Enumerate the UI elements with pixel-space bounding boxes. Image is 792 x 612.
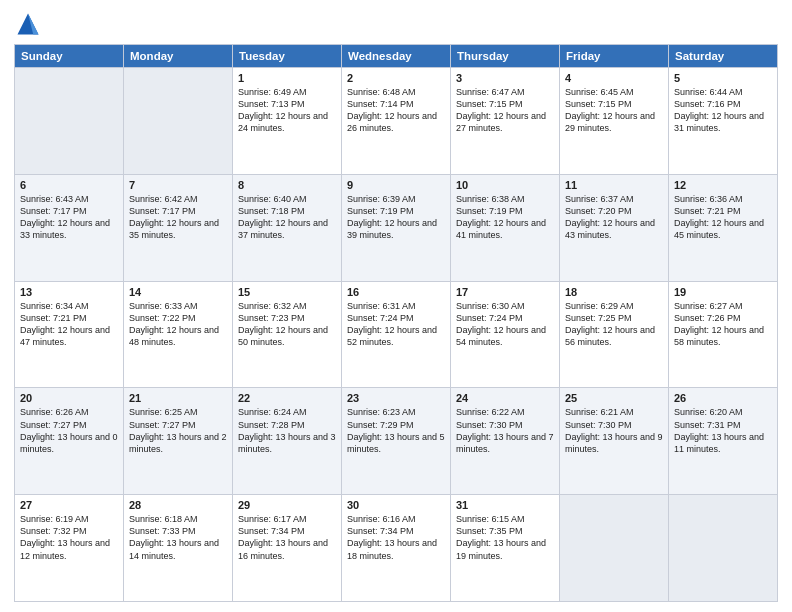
week-row-2: 6Sunrise: 6:43 AM Sunset: 7:17 PM Daylig… (15, 174, 778, 281)
day-info: Sunrise: 6:44 AM Sunset: 7:16 PM Dayligh… (674, 86, 772, 135)
day-number: 19 (674, 286, 772, 298)
calendar-cell: 3Sunrise: 6:47 AM Sunset: 7:15 PM Daylig… (451, 68, 560, 175)
calendar-body: 1Sunrise: 6:49 AM Sunset: 7:13 PM Daylig… (15, 68, 778, 602)
calendar-cell: 9Sunrise: 6:39 AM Sunset: 7:19 PM Daylig… (342, 174, 451, 281)
calendar-cell: 15Sunrise: 6:32 AM Sunset: 7:23 PM Dayli… (233, 281, 342, 388)
day-header-saturday: Saturday (669, 45, 778, 68)
day-info: Sunrise: 6:32 AM Sunset: 7:23 PM Dayligh… (238, 300, 336, 349)
calendar-cell: 10Sunrise: 6:38 AM Sunset: 7:19 PM Dayli… (451, 174, 560, 281)
day-number: 23 (347, 392, 445, 404)
day-info: Sunrise: 6:18 AM Sunset: 7:33 PM Dayligh… (129, 513, 227, 562)
day-info: Sunrise: 6:26 AM Sunset: 7:27 PM Dayligh… (20, 406, 118, 455)
day-info: Sunrise: 6:47 AM Sunset: 7:15 PM Dayligh… (456, 86, 554, 135)
day-info: Sunrise: 6:45 AM Sunset: 7:15 PM Dayligh… (565, 86, 663, 135)
day-number: 6 (20, 179, 118, 191)
calendar-cell: 17Sunrise: 6:30 AM Sunset: 7:24 PM Dayli… (451, 281, 560, 388)
day-number: 8 (238, 179, 336, 191)
day-info: Sunrise: 6:38 AM Sunset: 7:19 PM Dayligh… (456, 193, 554, 242)
day-number: 18 (565, 286, 663, 298)
calendar-cell: 30Sunrise: 6:16 AM Sunset: 7:34 PM Dayli… (342, 495, 451, 602)
page: SundayMondayTuesdayWednesdayThursdayFrid… (0, 0, 792, 612)
day-header-friday: Friday (560, 45, 669, 68)
day-number: 2 (347, 72, 445, 84)
day-info: Sunrise: 6:17 AM Sunset: 7:34 PM Dayligh… (238, 513, 336, 562)
calendar-cell: 1Sunrise: 6:49 AM Sunset: 7:13 PM Daylig… (233, 68, 342, 175)
calendar-cell: 26Sunrise: 6:20 AM Sunset: 7:31 PM Dayli… (669, 388, 778, 495)
day-number: 20 (20, 392, 118, 404)
calendar-header: SundayMondayTuesdayWednesdayThursdayFrid… (15, 45, 778, 68)
day-number: 31 (456, 499, 554, 511)
calendar-table: SundayMondayTuesdayWednesdayThursdayFrid… (14, 44, 778, 602)
calendar-cell (124, 68, 233, 175)
day-number: 12 (674, 179, 772, 191)
day-info: Sunrise: 6:23 AM Sunset: 7:29 PM Dayligh… (347, 406, 445, 455)
day-info: Sunrise: 6:48 AM Sunset: 7:14 PM Dayligh… (347, 86, 445, 135)
day-info: Sunrise: 6:16 AM Sunset: 7:34 PM Dayligh… (347, 513, 445, 562)
logo (14, 10, 45, 38)
header (14, 10, 778, 38)
day-number: 28 (129, 499, 227, 511)
day-number: 10 (456, 179, 554, 191)
day-header-monday: Monday (124, 45, 233, 68)
calendar-cell (15, 68, 124, 175)
days-of-week-row: SundayMondayTuesdayWednesdayThursdayFrid… (15, 45, 778, 68)
calendar-cell: 24Sunrise: 6:22 AM Sunset: 7:30 PM Dayli… (451, 388, 560, 495)
day-number: 22 (238, 392, 336, 404)
day-header-tuesday: Tuesday (233, 45, 342, 68)
week-row-1: 1Sunrise: 6:49 AM Sunset: 7:13 PM Daylig… (15, 68, 778, 175)
day-header-sunday: Sunday (15, 45, 124, 68)
day-number: 11 (565, 179, 663, 191)
calendar-cell (669, 495, 778, 602)
day-info: Sunrise: 6:22 AM Sunset: 7:30 PM Dayligh… (456, 406, 554, 455)
day-number: 25 (565, 392, 663, 404)
day-number: 29 (238, 499, 336, 511)
day-info: Sunrise: 6:29 AM Sunset: 7:25 PM Dayligh… (565, 300, 663, 349)
week-row-3: 13Sunrise: 6:34 AM Sunset: 7:21 PM Dayli… (15, 281, 778, 388)
calendar-cell: 12Sunrise: 6:36 AM Sunset: 7:21 PM Dayli… (669, 174, 778, 281)
calendar-cell: 4Sunrise: 6:45 AM Sunset: 7:15 PM Daylig… (560, 68, 669, 175)
calendar-cell: 5Sunrise: 6:44 AM Sunset: 7:16 PM Daylig… (669, 68, 778, 175)
calendar-cell: 14Sunrise: 6:33 AM Sunset: 7:22 PM Dayli… (124, 281, 233, 388)
week-row-5: 27Sunrise: 6:19 AM Sunset: 7:32 PM Dayli… (15, 495, 778, 602)
calendar-cell: 20Sunrise: 6:26 AM Sunset: 7:27 PM Dayli… (15, 388, 124, 495)
day-number: 5 (674, 72, 772, 84)
day-number: 15 (238, 286, 336, 298)
day-info: Sunrise: 6:37 AM Sunset: 7:20 PM Dayligh… (565, 193, 663, 242)
day-info: Sunrise: 6:27 AM Sunset: 7:26 PM Dayligh… (674, 300, 772, 349)
day-info: Sunrise: 6:31 AM Sunset: 7:24 PM Dayligh… (347, 300, 445, 349)
calendar-cell: 25Sunrise: 6:21 AM Sunset: 7:30 PM Dayli… (560, 388, 669, 495)
calendar-cell: 16Sunrise: 6:31 AM Sunset: 7:24 PM Dayli… (342, 281, 451, 388)
day-header-wednesday: Wednesday (342, 45, 451, 68)
day-number: 16 (347, 286, 445, 298)
calendar-cell: 13Sunrise: 6:34 AM Sunset: 7:21 PM Dayli… (15, 281, 124, 388)
calendar-cell: 6Sunrise: 6:43 AM Sunset: 7:17 PM Daylig… (15, 174, 124, 281)
day-header-thursday: Thursday (451, 45, 560, 68)
day-number: 14 (129, 286, 227, 298)
calendar-cell: 7Sunrise: 6:42 AM Sunset: 7:17 PM Daylig… (124, 174, 233, 281)
calendar-cell: 11Sunrise: 6:37 AM Sunset: 7:20 PM Dayli… (560, 174, 669, 281)
day-info: Sunrise: 6:24 AM Sunset: 7:28 PM Dayligh… (238, 406, 336, 455)
day-info: Sunrise: 6:34 AM Sunset: 7:21 PM Dayligh… (20, 300, 118, 349)
day-number: 3 (456, 72, 554, 84)
day-info: Sunrise: 6:15 AM Sunset: 7:35 PM Dayligh… (456, 513, 554, 562)
day-info: Sunrise: 6:30 AM Sunset: 7:24 PM Dayligh… (456, 300, 554, 349)
day-number: 24 (456, 392, 554, 404)
calendar-cell: 22Sunrise: 6:24 AM Sunset: 7:28 PM Dayli… (233, 388, 342, 495)
calendar-cell: 19Sunrise: 6:27 AM Sunset: 7:26 PM Dayli… (669, 281, 778, 388)
day-info: Sunrise: 6:33 AM Sunset: 7:22 PM Dayligh… (129, 300, 227, 349)
week-row-4: 20Sunrise: 6:26 AM Sunset: 7:27 PM Dayli… (15, 388, 778, 495)
calendar-cell: 2Sunrise: 6:48 AM Sunset: 7:14 PM Daylig… (342, 68, 451, 175)
day-number: 13 (20, 286, 118, 298)
day-number: 4 (565, 72, 663, 84)
day-info: Sunrise: 6:40 AM Sunset: 7:18 PM Dayligh… (238, 193, 336, 242)
day-info: Sunrise: 6:49 AM Sunset: 7:13 PM Dayligh… (238, 86, 336, 135)
calendar-cell: 28Sunrise: 6:18 AM Sunset: 7:33 PM Dayli… (124, 495, 233, 602)
day-number: 27 (20, 499, 118, 511)
calendar-cell: 29Sunrise: 6:17 AM Sunset: 7:34 PM Dayli… (233, 495, 342, 602)
day-info: Sunrise: 6:20 AM Sunset: 7:31 PM Dayligh… (674, 406, 772, 455)
day-info: Sunrise: 6:43 AM Sunset: 7:17 PM Dayligh… (20, 193, 118, 242)
day-info: Sunrise: 6:25 AM Sunset: 7:27 PM Dayligh… (129, 406, 227, 455)
calendar-cell: 27Sunrise: 6:19 AM Sunset: 7:32 PM Dayli… (15, 495, 124, 602)
day-number: 30 (347, 499, 445, 511)
logo-icon (14, 10, 42, 38)
